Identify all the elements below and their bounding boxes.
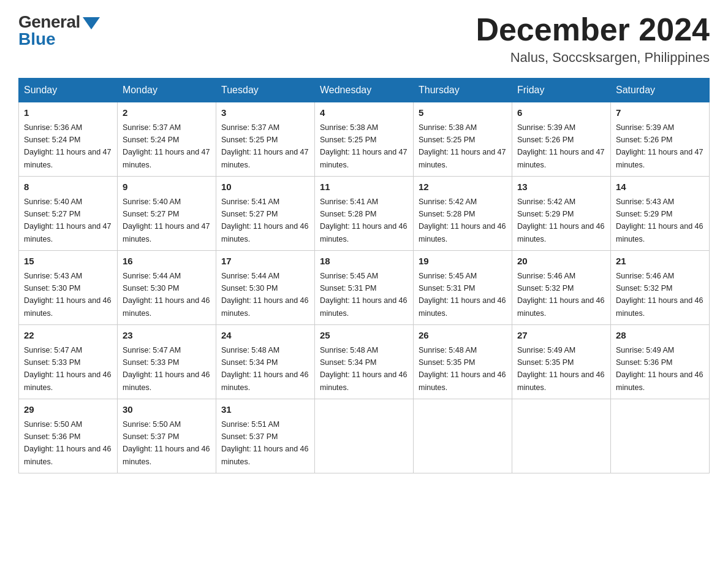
- calendar-cell: 2 Sunrise: 5:37 AMSunset: 5:24 PMDayligh…: [118, 102, 216, 177]
- day-info: Sunrise: 5:50 AMSunset: 5:36 PMDaylight:…: [24, 420, 111, 466]
- calendar-cell: 10 Sunrise: 5:41 AMSunset: 5:27 PMDaylig…: [216, 177, 315, 251]
- day-info: Sunrise: 5:44 AMSunset: 5:30 PMDaylight:…: [221, 272, 308, 318]
- day-number: 25: [320, 329, 408, 343]
- day-number: 29: [24, 403, 112, 417]
- day-number: 30: [123, 403, 211, 417]
- calendar-cell: 19 Sunrise: 5:45 AMSunset: 5:31 PMDaylig…: [414, 251, 512, 325]
- calendar-cell: 29 Sunrise: 5:50 AMSunset: 5:36 PMDaylig…: [19, 399, 118, 473]
- calendar-cell: 3 Sunrise: 5:37 AMSunset: 5:25 PMDayligh…: [216, 102, 315, 177]
- day-number: 9: [123, 180, 211, 194]
- day-info: Sunrise: 5:42 AMSunset: 5:29 PMDaylight:…: [517, 197, 604, 243]
- calendar-cell: 9 Sunrise: 5:40 AMSunset: 5:27 PMDayligh…: [118, 177, 216, 251]
- day-info: Sunrise: 5:38 AMSunset: 5:25 PMDaylight:…: [320, 123, 407, 169]
- day-number: 22: [24, 329, 112, 343]
- page-header: General Blue December 2024 Nalus, Soccsk…: [18, 12, 710, 66]
- day-number: 21: [616, 255, 704, 269]
- day-number: 17: [221, 255, 309, 269]
- calendar-cell: 15 Sunrise: 5:43 AMSunset: 5:30 PMDaylig…: [19, 251, 118, 325]
- day-number: 26: [419, 329, 507, 343]
- week-row-2: 8 Sunrise: 5:40 AMSunset: 5:27 PMDayligh…: [19, 177, 710, 251]
- calendar-cell: 12 Sunrise: 5:42 AMSunset: 5:28 PMDaylig…: [414, 177, 512, 251]
- calendar-cell: 22 Sunrise: 5:47 AMSunset: 5:33 PMDaylig…: [19, 325, 118, 399]
- day-number: 31: [221, 403, 309, 417]
- calendar-cell: 17 Sunrise: 5:44 AMSunset: 5:30 PMDaylig…: [216, 251, 315, 325]
- day-number: 2: [123, 106, 211, 120]
- day-info: Sunrise: 5:41 AMSunset: 5:27 PMDaylight:…: [221, 197, 308, 243]
- day-info: Sunrise: 5:41 AMSunset: 5:28 PMDaylight:…: [320, 197, 407, 243]
- day-info: Sunrise: 5:49 AMSunset: 5:35 PMDaylight:…: [517, 346, 604, 392]
- weekday-header-friday: Friday: [512, 79, 611, 102]
- day-info: Sunrise: 5:36 AMSunset: 5:24 PMDaylight:…: [24, 123, 111, 169]
- calendar-table: SundayMondayTuesdayWednesdayThursdayFrid…: [18, 78, 710, 473]
- day-number: 15: [24, 255, 112, 269]
- day-number: 28: [616, 329, 704, 343]
- day-info: Sunrise: 5:47 AMSunset: 5:33 PMDaylight:…: [24, 346, 111, 392]
- weekday-header-sunday: Sunday: [19, 79, 118, 102]
- weekday-header-thursday: Thursday: [414, 79, 512, 102]
- calendar-cell: 31 Sunrise: 5:51 AMSunset: 5:37 PMDaylig…: [216, 399, 315, 473]
- day-info: Sunrise: 5:50 AMSunset: 5:37 PMDaylight:…: [123, 420, 210, 466]
- week-row-4: 22 Sunrise: 5:47 AMSunset: 5:33 PMDaylig…: [19, 325, 710, 399]
- calendar-cell: 11 Sunrise: 5:41 AMSunset: 5:28 PMDaylig…: [315, 177, 414, 251]
- weekday-header-saturday: Saturday: [611, 79, 710, 102]
- day-number: 1: [24, 106, 112, 120]
- calendar-cell: 8 Sunrise: 5:40 AMSunset: 5:27 PMDayligh…: [19, 177, 118, 251]
- day-info: Sunrise: 5:46 AMSunset: 5:32 PMDaylight:…: [517, 272, 604, 318]
- weekday-header-tuesday: Tuesday: [216, 79, 315, 102]
- calendar-cell: 1 Sunrise: 5:36 AMSunset: 5:24 PMDayligh…: [19, 102, 118, 177]
- day-info: Sunrise: 5:39 AMSunset: 5:26 PMDaylight:…: [517, 123, 604, 169]
- calendar-cell: 13 Sunrise: 5:42 AMSunset: 5:29 PMDaylig…: [512, 177, 611, 251]
- weekday-header-wednesday: Wednesday: [315, 79, 414, 102]
- day-info: Sunrise: 5:43 AMSunset: 5:30 PMDaylight:…: [24, 272, 111, 318]
- calendar-cell: 5 Sunrise: 5:38 AMSunset: 5:25 PMDayligh…: [414, 102, 512, 177]
- day-info: Sunrise: 5:44 AMSunset: 5:30 PMDaylight:…: [123, 272, 210, 318]
- day-number: 4: [320, 106, 408, 120]
- month-title: December 2024: [476, 12, 710, 47]
- calendar-cell: 28 Sunrise: 5:49 AMSunset: 5:36 PMDaylig…: [611, 325, 710, 399]
- day-info: Sunrise: 5:37 AMSunset: 5:24 PMDaylight:…: [123, 123, 210, 169]
- calendar-cell: 24 Sunrise: 5:48 AMSunset: 5:34 PMDaylig…: [216, 325, 315, 399]
- day-number: 20: [517, 255, 605, 269]
- calendar-cell: 7 Sunrise: 5:39 AMSunset: 5:26 PMDayligh…: [611, 102, 710, 177]
- week-row-5: 29 Sunrise: 5:50 AMSunset: 5:36 PMDaylig…: [19, 399, 710, 473]
- day-info: Sunrise: 5:47 AMSunset: 5:33 PMDaylight:…: [123, 346, 210, 392]
- weekday-header-row: SundayMondayTuesdayWednesdayThursdayFrid…: [19, 79, 710, 102]
- calendar-cell: 30 Sunrise: 5:50 AMSunset: 5:37 PMDaylig…: [118, 399, 216, 473]
- day-number: 14: [616, 180, 704, 194]
- week-row-1: 1 Sunrise: 5:36 AMSunset: 5:24 PMDayligh…: [19, 102, 710, 177]
- calendar-cell: [611, 399, 710, 473]
- day-info: Sunrise: 5:51 AMSunset: 5:37 PMDaylight:…: [221, 420, 308, 466]
- title-section: December 2024 Nalus, Soccsksargen, Phili…: [476, 12, 710, 66]
- calendar-cell: 26 Sunrise: 5:48 AMSunset: 5:35 PMDaylig…: [414, 325, 512, 399]
- calendar-cell: 21 Sunrise: 5:46 AMSunset: 5:32 PMDaylig…: [611, 251, 710, 325]
- day-info: Sunrise: 5:49 AMSunset: 5:36 PMDaylight:…: [616, 346, 703, 392]
- calendar-cell: 25 Sunrise: 5:48 AMSunset: 5:34 PMDaylig…: [315, 325, 414, 399]
- day-info: Sunrise: 5:40 AMSunset: 5:27 PMDaylight:…: [123, 197, 210, 243]
- day-info: Sunrise: 5:48 AMSunset: 5:35 PMDaylight:…: [419, 346, 506, 392]
- logo-triangle-icon: [83, 17, 100, 29]
- day-number: 24: [221, 329, 309, 343]
- day-info: Sunrise: 5:43 AMSunset: 5:29 PMDaylight:…: [616, 197, 703, 243]
- calendar-cell: 6 Sunrise: 5:39 AMSunset: 5:26 PMDayligh…: [512, 102, 611, 177]
- calendar-cell: [512, 399, 611, 473]
- calendar-cell: 23 Sunrise: 5:47 AMSunset: 5:33 PMDaylig…: [118, 325, 216, 399]
- location-subtitle: Nalus, Soccsksargen, Philippines: [476, 50, 710, 66]
- day-info: Sunrise: 5:46 AMSunset: 5:32 PMDaylight:…: [616, 272, 703, 318]
- calendar-cell: [315, 399, 414, 473]
- calendar-cell: 27 Sunrise: 5:49 AMSunset: 5:35 PMDaylig…: [512, 325, 611, 399]
- logo-blue-text: Blue: [18, 29, 56, 49]
- calendar-cell: [414, 399, 512, 473]
- day-info: Sunrise: 5:45 AMSunset: 5:31 PMDaylight:…: [320, 272, 407, 318]
- logo: General Blue: [18, 12, 100, 49]
- day-info: Sunrise: 5:45 AMSunset: 5:31 PMDaylight:…: [419, 272, 506, 318]
- day-number: 19: [419, 255, 507, 269]
- day-number: 10: [221, 180, 309, 194]
- weekday-header-monday: Monday: [118, 79, 216, 102]
- day-number: 13: [517, 180, 605, 194]
- day-info: Sunrise: 5:38 AMSunset: 5:25 PMDaylight:…: [419, 123, 506, 169]
- day-number: 18: [320, 255, 408, 269]
- day-info: Sunrise: 5:37 AMSunset: 5:25 PMDaylight:…: [221, 123, 308, 169]
- day-info: Sunrise: 5:39 AMSunset: 5:26 PMDaylight:…: [616, 123, 703, 169]
- day-info: Sunrise: 5:40 AMSunset: 5:27 PMDaylight:…: [24, 197, 111, 243]
- day-number: 12: [419, 180, 507, 194]
